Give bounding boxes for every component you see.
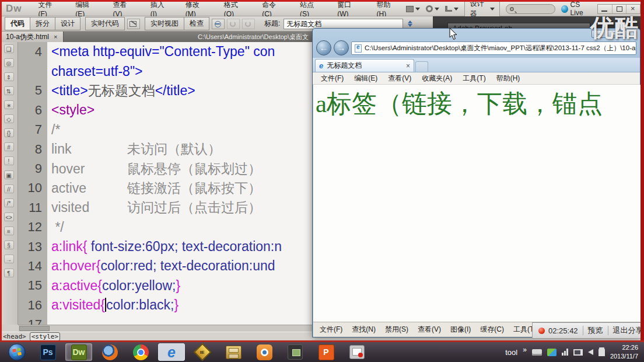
windows-orb-icon: [8, 343, 26, 361]
dw-menu-item[interactable]: 格式(O): [216, 0, 254, 18]
browser-menu-item[interactable]: 收藏夹(A): [417, 74, 457, 83]
devbar-item[interactable]: 禁用(S): [381, 325, 412, 335]
keyboard-icon[interactable]: [532, 349, 542, 356]
code-view-button[interactable]: 代码: [5, 17, 30, 30]
live-view-button[interactable]: 实时视图: [145, 17, 184, 30]
coding-toolbar-icon[interactable]: <>: [4, 213, 14, 221]
system-tray: tool » 22:26 2013/11/7: [505, 343, 644, 361]
scrollbar-thumb[interactable]: [19, 326, 50, 331]
back-button[interactable]: ←: [316, 40, 331, 55]
network-signal-icon[interactable]: [562, 349, 568, 356]
dw-menu-item[interactable]: 站点(S): [292, 0, 329, 18]
coding-toolbar-icon[interactable]: ∗: [4, 100, 14, 109]
dw-menu-item[interactable]: 插入(I): [142, 0, 177, 18]
coding-toolbar-icon[interactable]: #: [4, 142, 14, 151]
tab-close-icon[interactable]: ×: [54, 33, 57, 40]
taskbar-p-app[interactable]: P: [313, 343, 340, 361]
tag-selector-style[interactable]: <style>: [30, 332, 60, 341]
search-input[interactable]: [506, 4, 555, 14]
devbar-item[interactable]: 图像(I): [446, 325, 475, 335]
taskbar-chrome[interactable]: [127, 343, 154, 361]
tray-chevrons-icon[interactable]: »: [523, 346, 527, 354]
refresh-icon[interactable]: [242, 19, 255, 29]
volume-icon[interactable]: [588, 349, 593, 355]
devbar-item[interactable]: 缓存(C): [476, 325, 508, 335]
live-code-button[interactable]: 实时代码: [85, 17, 125, 30]
coding-toolbar-icon[interactable]: ⇅: [4, 86, 14, 95]
page-icon: [355, 44, 362, 53]
preview-button[interactable]: 预览: [588, 325, 603, 336]
tag-selector-head[interactable]: <head>: [2, 333, 27, 340]
taskbar-dreamweaver[interactable]: Dw: [65, 343, 92, 361]
taskbar-ietester[interactable]: IE: [189, 343, 216, 361]
preview-in-browser-icon[interactable]: [212, 19, 225, 29]
check-browser-compat-icon[interactable]: [227, 19, 240, 29]
coding-toolbar: ❏◎⇕⇅∗◇{}#!▣///*<>≡§→¶: [0, 42, 18, 325]
taskbar-screen-capture[interactable]: [344, 343, 370, 361]
coding-toolbar-icon[interactable]: ◇: [4, 114, 14, 123]
browser-tab[interactable]: e 无标题文档 ×: [315, 59, 414, 72]
start-button[interactable]: [4, 343, 30, 361]
split-view-button[interactable]: 拆分: [30, 17, 55, 30]
cs-live-button[interactable]: CS Live: [561, 1, 592, 17]
dw-menu-item[interactable]: 窗口(W): [329, 0, 368, 18]
coding-toolbar-icon[interactable]: /*: [4, 199, 14, 207]
taskbar-adobe-utility[interactable]: [282, 343, 309, 361]
coding-toolbar-icon[interactable]: ❏: [4, 44, 14, 53]
taskbar-photoshop[interactable]: Ps: [34, 343, 61, 361]
search-icon: [510, 7, 514, 11]
document-path: C:\Users\Administrator\Desktop\桌面文: [198, 33, 309, 41]
coding-toolbar-icon[interactable]: ¶: [4, 269, 14, 277]
layout-switch-icon[interactable]: [406, 6, 420, 12]
site-icon[interactable]: [445, 6, 459, 12]
browser-menu-item[interactable]: 帮助(H): [492, 74, 525, 83]
taskbar-firefox[interactable]: [96, 343, 123, 361]
devbar-item[interactable]: 查找(N): [348, 325, 380, 335]
dw-menu-item[interactable]: 修改(M): [177, 0, 216, 18]
coding-toolbar-icon[interactable]: ⇕: [4, 72, 14, 81]
dw-menu-item[interactable]: 命令(C): [254, 0, 292, 18]
design-view-button[interactable]: 设计: [55, 17, 80, 30]
taskbar-clock[interactable]: 22:26 2013/11/7: [610, 343, 638, 361]
screen: Dw 文件(F)编辑(E)查看(V)插入(I)修改(M)格式(O)命令(C)站点…: [0, 0, 644, 362]
coding-toolbar-icon[interactable]: ◎: [4, 58, 14, 67]
browser-tab-close-icon[interactable]: ×: [406, 62, 410, 70]
browser-menu-item[interactable]: 工具(T): [458, 74, 490, 83]
coding-toolbar-icon[interactable]: §: [4, 241, 14, 249]
document-tab[interactable]: 10-a伪类.html ×: [0, 32, 64, 42]
power-icon[interactable]: [598, 349, 605, 356]
screen-recorder-overlay: 02:25:42 预览 退出分享: [532, 322, 644, 339]
inspect-button[interactable]: 检查: [184, 17, 209, 30]
file-compare-icon[interactable]: [127, 19, 140, 29]
dw-menu-item[interactable]: 文件(F): [30, 0, 68, 18]
browser-menu-item[interactable]: 查看(V): [383, 74, 416, 83]
browser-menu-item[interactable]: 文件(F): [316, 74, 348, 83]
coding-toolbar-icon[interactable]: ≡: [4, 227, 14, 235]
new-tab-button[interactable]: [415, 61, 428, 72]
screen-capture-icon: [349, 345, 365, 359]
taskbar-camera-app[interactable]: [251, 343, 278, 361]
input-method-icon[interactable]: [547, 349, 556, 356]
horizontal-scrollbar[interactable]: [18, 325, 315, 332]
browser-menu-item[interactable]: 编辑(E): [349, 74, 382, 83]
coding-toolbar-icon[interactable]: !: [4, 156, 14, 165]
dw-menu-item[interactable]: 编辑(E): [67, 0, 104, 18]
dw-menu-item[interactable]: 帮助(H): [369, 0, 407, 18]
coding-toolbar-icon[interactable]: →: [4, 255, 14, 263]
extend-icon[interactable]: [426, 5, 439, 12]
taskbar-internet-explorer[interactable]: e: [158, 343, 185, 361]
cs-live-label: CS Live: [570, 1, 592, 17]
coding-toolbar-icon[interactable]: {}: [4, 128, 14, 137]
dw-menu-item[interactable]: 查看(V): [104, 0, 142, 18]
exit-share-button[interactable]: 退出分享: [613, 325, 643, 336]
taskbar-file-manager[interactable]: [220, 343, 247, 361]
document-title-input[interactable]: 无标题文档: [284, 19, 403, 29]
devbar-item[interactable]: 查看(V): [414, 325, 445, 335]
forward-button[interactable]: →: [334, 40, 349, 55]
coding-toolbar-icon[interactable]: //: [4, 185, 14, 193]
devbar-item[interactable]: 文件(F): [316, 325, 346, 335]
coding-toolbar-icon[interactable]: ▣: [4, 170, 14, 179]
page-anchor-link[interactable]: a标签（链接，下载，锚点: [316, 87, 640, 121]
file-management-icon[interactable]: [408, 20, 412, 27]
tool-label[interactable]: tool: [505, 348, 517, 357]
